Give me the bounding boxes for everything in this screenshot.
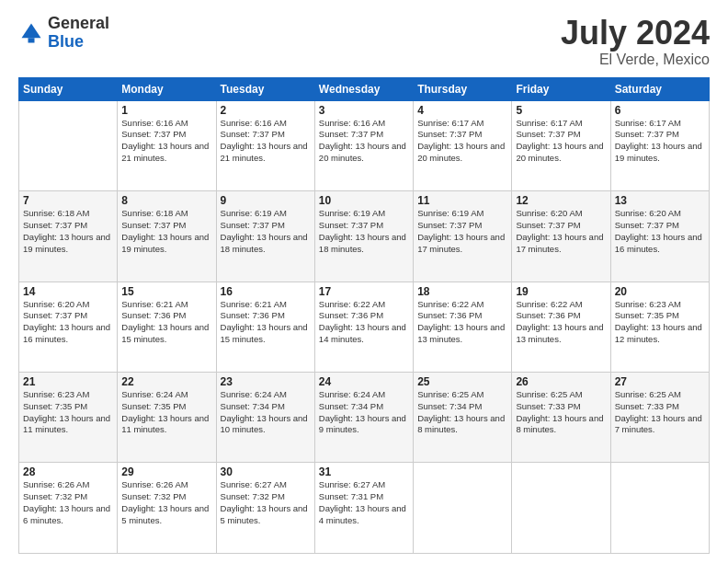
day-info: Sunrise: 6:20 AM Sunset: 7:37 PM Dayligh… bbox=[516, 208, 606, 255]
day-number: 28 bbox=[23, 465, 113, 478]
day-info: Sunrise: 6:27 AM Sunset: 7:31 PM Dayligh… bbox=[319, 479, 409, 526]
day-number: 21 bbox=[23, 375, 113, 388]
day-number: 18 bbox=[417, 285, 507, 298]
calendar-table: SundayMondayTuesdayWednesdayThursdayFrid… bbox=[18, 77, 710, 554]
day-info: Sunrise: 6:26 AM Sunset: 7:32 PM Dayligh… bbox=[23, 479, 113, 526]
calendar-cell: 25Sunrise: 6:25 AM Sunset: 7:34 PM Dayli… bbox=[414, 373, 512, 463]
calendar-cell: 28Sunrise: 6:26 AM Sunset: 7:32 PM Dayli… bbox=[19, 463, 118, 554]
day-number: 27 bbox=[615, 375, 705, 388]
logo-general: General bbox=[48, 15, 109, 33]
calendar-header-row: SundayMondayTuesdayWednesdayThursdayFrid… bbox=[19, 77, 710, 100]
title-month-year: July 2024 bbox=[561, 15, 710, 52]
day-number: 14 bbox=[23, 285, 113, 298]
title-block: July 2024 El Verde, Mexico bbox=[561, 15, 710, 68]
day-info: Sunrise: 6:16 AM Sunset: 7:37 PM Dayligh… bbox=[121, 118, 211, 165]
day-info: Sunrise: 6:23 AM Sunset: 7:35 PM Dayligh… bbox=[23, 389, 113, 436]
calendar-cell: 9Sunrise: 6:19 AM Sunset: 7:37 PM Daylig… bbox=[216, 191, 314, 282]
weekday-header: Thursday bbox=[414, 77, 512, 100]
day-number: 25 bbox=[417, 375, 507, 388]
calendar-week-row: 7Sunrise: 6:18 AM Sunset: 7:37 PM Daylig… bbox=[19, 191, 710, 282]
day-info: Sunrise: 6:25 AM Sunset: 7:33 PM Dayligh… bbox=[615, 389, 705, 436]
logo-blue: Blue bbox=[48, 33, 109, 52]
calendar-cell: 11Sunrise: 6:19 AM Sunset: 7:37 PM Dayli… bbox=[414, 191, 512, 282]
day-info: Sunrise: 6:24 AM Sunset: 7:34 PM Dayligh… bbox=[319, 389, 409, 436]
weekday-header: Friday bbox=[512, 77, 610, 100]
calendar-cell: 14Sunrise: 6:20 AM Sunset: 7:37 PM Dayli… bbox=[19, 282, 118, 372]
calendar-cell: 12Sunrise: 6:20 AM Sunset: 7:37 PM Dayli… bbox=[512, 191, 610, 282]
day-number: 31 bbox=[319, 465, 409, 478]
day-info: Sunrise: 6:23 AM Sunset: 7:35 PM Dayligh… bbox=[615, 299, 705, 346]
day-number: 20 bbox=[615, 285, 705, 298]
weekday-header: Wednesday bbox=[314, 77, 413, 100]
day-number: 10 bbox=[319, 194, 409, 207]
day-info: Sunrise: 6:16 AM Sunset: 7:37 PM Dayligh… bbox=[319, 118, 409, 165]
header: General Blue July 2024 El Verde, Mexico bbox=[18, 15, 710, 68]
calendar-cell bbox=[610, 463, 709, 554]
calendar-cell: 21Sunrise: 6:23 AM Sunset: 7:35 PM Dayli… bbox=[19, 373, 118, 463]
calendar-cell: 7Sunrise: 6:18 AM Sunset: 7:37 PM Daylig… bbox=[19, 191, 118, 282]
calendar-cell: 10Sunrise: 6:19 AM Sunset: 7:37 PM Dayli… bbox=[314, 191, 413, 282]
calendar-cell bbox=[19, 100, 118, 190]
calendar-cell bbox=[414, 463, 512, 554]
day-info: Sunrise: 6:17 AM Sunset: 7:37 PM Dayligh… bbox=[417, 118, 507, 165]
calendar-cell: 15Sunrise: 6:21 AM Sunset: 7:36 PM Dayli… bbox=[118, 282, 216, 372]
calendar-week-row: 21Sunrise: 6:23 AM Sunset: 7:35 PM Dayli… bbox=[19, 373, 710, 463]
calendar-week-row: 1Sunrise: 6:16 AM Sunset: 7:37 PM Daylig… bbox=[19, 100, 710, 190]
weekday-header: Tuesday bbox=[216, 77, 314, 100]
day-number: 4 bbox=[417, 104, 507, 117]
calendar-cell: 31Sunrise: 6:27 AM Sunset: 7:31 PM Dayli… bbox=[314, 463, 413, 554]
svg-marker-0 bbox=[22, 23, 41, 38]
day-number: 15 bbox=[121, 285, 211, 298]
day-info: Sunrise: 6:19 AM Sunset: 7:37 PM Dayligh… bbox=[319, 208, 409, 255]
calendar-cell: 18Sunrise: 6:22 AM Sunset: 7:36 PM Dayli… bbox=[414, 282, 512, 372]
svg-rect-1 bbox=[28, 38, 35, 42]
day-info: Sunrise: 6:22 AM Sunset: 7:36 PM Dayligh… bbox=[417, 299, 507, 346]
page: General Blue July 2024 El Verde, Mexico … bbox=[0, 0, 728, 563]
day-number: 2 bbox=[221, 104, 311, 117]
day-number: 16 bbox=[221, 285, 311, 298]
calendar-cell bbox=[512, 463, 610, 554]
calendar-cell: 2Sunrise: 6:16 AM Sunset: 7:37 PM Daylig… bbox=[216, 100, 314, 190]
calendar-week-row: 28Sunrise: 6:26 AM Sunset: 7:32 PM Dayli… bbox=[19, 463, 710, 554]
calendar-cell: 1Sunrise: 6:16 AM Sunset: 7:37 PM Daylig… bbox=[118, 100, 216, 190]
day-info: Sunrise: 6:27 AM Sunset: 7:32 PM Dayligh… bbox=[221, 479, 311, 526]
day-info: Sunrise: 6:21 AM Sunset: 7:36 PM Dayligh… bbox=[221, 299, 311, 346]
day-number: 29 bbox=[121, 465, 211, 478]
day-info: Sunrise: 6:19 AM Sunset: 7:37 PM Dayligh… bbox=[221, 208, 311, 255]
calendar-cell: 13Sunrise: 6:20 AM Sunset: 7:37 PM Dayli… bbox=[610, 191, 709, 282]
day-number: 5 bbox=[516, 104, 606, 117]
title-location: El Verde, Mexico bbox=[561, 52, 710, 68]
calendar-cell: 6Sunrise: 6:17 AM Sunset: 7:37 PM Daylig… bbox=[610, 100, 709, 190]
day-number: 24 bbox=[319, 375, 409, 388]
calendar-week-row: 14Sunrise: 6:20 AM Sunset: 7:37 PM Dayli… bbox=[19, 282, 710, 372]
day-info: Sunrise: 6:26 AM Sunset: 7:32 PM Dayligh… bbox=[121, 479, 211, 526]
calendar-cell: 29Sunrise: 6:26 AM Sunset: 7:32 PM Dayli… bbox=[118, 463, 216, 554]
calendar-cell: 24Sunrise: 6:24 AM Sunset: 7:34 PM Dayli… bbox=[314, 373, 413, 463]
day-info: Sunrise: 6:16 AM Sunset: 7:37 PM Dayligh… bbox=[221, 118, 311, 165]
day-info: Sunrise: 6:19 AM Sunset: 7:37 PM Dayligh… bbox=[417, 208, 507, 255]
day-number: 3 bbox=[319, 104, 409, 117]
logo-text: General Blue bbox=[48, 15, 109, 52]
day-number: 8 bbox=[121, 194, 211, 207]
day-number: 7 bbox=[23, 194, 113, 207]
day-number: 23 bbox=[221, 375, 311, 388]
day-number: 13 bbox=[615, 194, 705, 207]
logo: General Blue bbox=[18, 15, 109, 52]
calendar-cell: 19Sunrise: 6:22 AM Sunset: 7:36 PM Dayli… bbox=[512, 282, 610, 372]
day-number: 1 bbox=[121, 104, 211, 117]
day-info: Sunrise: 6:25 AM Sunset: 7:33 PM Dayligh… bbox=[516, 389, 606, 436]
day-number: 6 bbox=[615, 104, 705, 117]
day-info: Sunrise: 6:18 AM Sunset: 7:37 PM Dayligh… bbox=[23, 208, 113, 255]
day-info: Sunrise: 6:20 AM Sunset: 7:37 PM Dayligh… bbox=[615, 208, 705, 255]
calendar-cell: 16Sunrise: 6:21 AM Sunset: 7:36 PM Dayli… bbox=[216, 282, 314, 372]
day-info: Sunrise: 6:17 AM Sunset: 7:37 PM Dayligh… bbox=[615, 118, 705, 165]
calendar-cell: 30Sunrise: 6:27 AM Sunset: 7:32 PM Dayli… bbox=[216, 463, 314, 554]
day-info: Sunrise: 6:20 AM Sunset: 7:37 PM Dayligh… bbox=[23, 299, 113, 346]
day-number: 17 bbox=[319, 285, 409, 298]
calendar-cell: 4Sunrise: 6:17 AM Sunset: 7:37 PM Daylig… bbox=[414, 100, 512, 190]
calendar-cell: 23Sunrise: 6:24 AM Sunset: 7:34 PM Dayli… bbox=[216, 373, 314, 463]
day-info: Sunrise: 6:24 AM Sunset: 7:35 PM Dayligh… bbox=[121, 389, 211, 436]
day-number: 9 bbox=[221, 194, 311, 207]
calendar-cell: 3Sunrise: 6:16 AM Sunset: 7:37 PM Daylig… bbox=[314, 100, 413, 190]
day-number: 30 bbox=[221, 465, 311, 478]
